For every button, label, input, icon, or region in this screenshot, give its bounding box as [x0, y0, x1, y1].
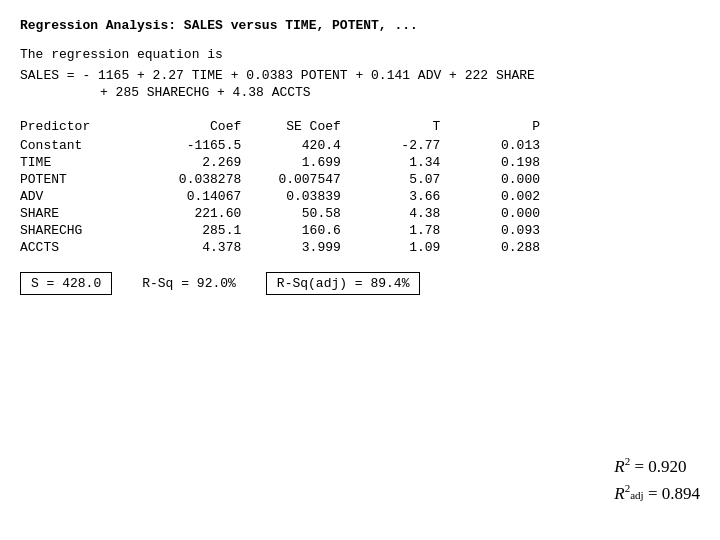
table-cell: 4.378 — [142, 239, 242, 256]
table-cell: ACCTS — [20, 239, 142, 256]
r2-block: R2 = 0.920 R2adj = 0.894 — [614, 455, 700, 510]
table-cell: SHARE — [20, 205, 142, 222]
table-cell: ADV — [20, 188, 142, 205]
equation-block: The regression equation is SALES = - 116… — [20, 47, 700, 100]
intro-label: The regression equation is — [20, 47, 700, 62]
regression-table: Predictor Coef SE Coef T P Constant-1165… — [20, 118, 540, 256]
table-cell: 4.38 — [341, 205, 441, 222]
col-header-predictor: Predictor — [20, 118, 142, 137]
table-cell: 0.000 — [440, 205, 540, 222]
table-cell: -2.77 — [341, 137, 441, 154]
table-cell: TIME — [20, 154, 142, 171]
table-cell: 0.03839 — [241, 188, 341, 205]
table-cell: 0.038278 — [142, 171, 242, 188]
table-row: SHARECHG285.1160.61.780.093 — [20, 222, 540, 239]
table-cell: 50.58 — [241, 205, 341, 222]
col-header-t: T — [341, 118, 441, 137]
s-value-badge: S = 428.0 — [20, 272, 112, 295]
table-header-row: Predictor Coef SE Coef T P — [20, 118, 540, 137]
table-row: SHARE221.6050.584.380.000 — [20, 205, 540, 222]
col-header-coef: Coef — [142, 118, 242, 137]
table-cell: Constant — [20, 137, 142, 154]
regression-table-section: Predictor Coef SE Coef T P Constant-1165… — [20, 118, 700, 256]
table-cell: 0.198 — [440, 154, 540, 171]
table-cell: 285.1 — [142, 222, 242, 239]
table-cell: 0.093 — [440, 222, 540, 239]
table-cell: 3.66 — [341, 188, 441, 205]
table-cell: 221.60 — [142, 205, 242, 222]
table-cell: 0.002 — [440, 188, 540, 205]
table-cell: -1165.5 — [142, 137, 242, 154]
table-cell: 160.6 — [241, 222, 341, 239]
table-row: TIME2.2691.6991.340.198 — [20, 154, 540, 171]
table-cell: 0.288 — [440, 239, 540, 256]
table-cell: POTENT — [20, 171, 142, 188]
table-row: POTENT0.0382780.0075475.070.000 — [20, 171, 540, 188]
table-cell: 0.000 — [440, 171, 540, 188]
equation-line2: + 285 SHARECHG + 4.38 ACCTS — [20, 85, 700, 100]
table-cell: 1.699 — [241, 154, 341, 171]
table-cell: 0.013 — [440, 137, 540, 154]
table-row: Constant-1165.5420.4-2.770.013 — [20, 137, 540, 154]
table-cell: 420.4 — [241, 137, 341, 154]
rsq-value: R-Sq = 92.0% — [112, 276, 266, 291]
table-cell: 5.07 — [341, 171, 441, 188]
r2-adj-formula: R2adj = 0.894 — [614, 482, 700, 504]
col-header-p: P — [440, 118, 540, 137]
table-cell: 0.007547 — [241, 171, 341, 188]
table-cell: SHARECHG — [20, 222, 142, 239]
page-title: Regression Analysis: SALES versus TIME, … — [20, 18, 700, 33]
table-cell: 1.78 — [341, 222, 441, 239]
table-cell: 1.34 — [341, 154, 441, 171]
table-cell: 2.269 — [142, 154, 242, 171]
table-row: ADV0.140670.038393.660.002 — [20, 188, 540, 205]
table-cell: 1.09 — [341, 239, 441, 256]
footer-row: S = 428.0 R-Sq = 92.0% R-Sq(adj) = 89.4% — [20, 272, 700, 295]
rsq-adj-badge: R-Sq(adj) = 89.4% — [266, 272, 421, 295]
main-content: Regression Analysis: SALES versus TIME, … — [0, 0, 720, 305]
col-header-se-coef: SE Coef — [241, 118, 341, 137]
table-cell: 0.14067 — [142, 188, 242, 205]
table-cell: 3.999 — [241, 239, 341, 256]
equation-line1: SALES = - 1165 + 2.27 TIME + 0.0383 POTE… — [20, 68, 700, 83]
r2-formula: R2 = 0.920 — [614, 455, 700, 477]
table-row: ACCTS4.3783.9991.090.288 — [20, 239, 540, 256]
